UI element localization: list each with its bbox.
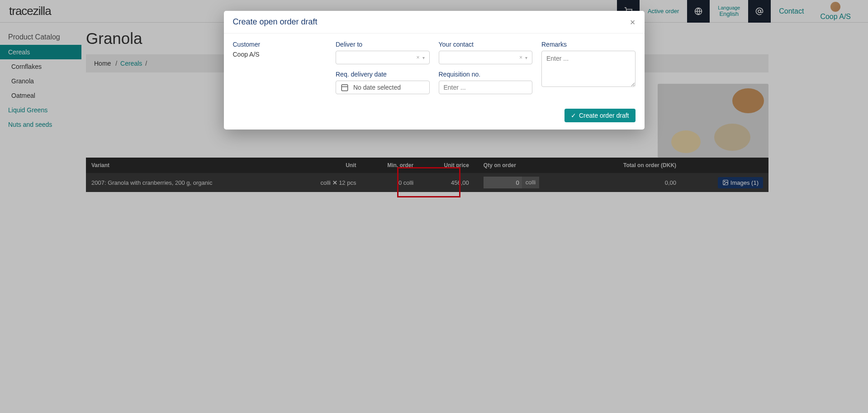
modal-footer: ✓ Create order draft <box>224 103 645 130</box>
modal-header: Create open order draft × <box>224 11 645 34</box>
field-customer: Customer Coop A/S <box>233 41 327 64</box>
chevron-down-icon: ▾ <box>422 55 425 60</box>
customer-value: Coop A/S <box>233 51 327 58</box>
svg-rect-7 <box>342 85 348 91</box>
customer-label: Customer <box>233 41 327 48</box>
field-remarks: Remarks <box>541 41 636 94</box>
remarks-label: Remarks <box>541 41 636 48</box>
reqdate-placeholder: No date selected <box>353 84 401 91</box>
field-requisition-no: Requisition no. <box>439 71 533 94</box>
select-clear-icon[interactable]: × <box>416 54 419 61</box>
deliver-label: Deliver to <box>336 41 430 48</box>
select-clear-icon[interactable]: × <box>519 54 522 61</box>
create-button-label: Create order draft <box>579 112 629 119</box>
deliver-select[interactable]: × ▾ <box>336 51 430 64</box>
remarks-textarea[interactable] <box>541 51 636 87</box>
reqdate-label: Req. delivery date <box>336 71 430 78</box>
create-order-draft-button[interactable]: ✓ Create order draft <box>564 109 636 122</box>
reqno-input[interactable] <box>439 81 533 94</box>
reqno-label: Requisition no. <box>439 71 533 78</box>
modal-title: Create open order draft <box>233 17 318 27</box>
calendar-icon <box>341 83 349 91</box>
contact-select[interactable]: × ▾ <box>439 51 533 64</box>
check-icon: ✓ <box>571 112 576 119</box>
chevron-down-icon: ▾ <box>525 55 527 60</box>
create-order-modal: Create open order draft × Customer Coop … <box>224 11 645 130</box>
field-req-delivery-date: Req. delivery date No date selected <box>336 71 430 94</box>
reqdate-input[interactable]: No date selected <box>336 81 430 94</box>
modal-close-button[interactable]: × <box>630 18 636 27</box>
field-deliver-to: Deliver to × ▾ <box>336 41 430 64</box>
modal-overlay[interactable]: Create open order draft × Customer Coop … <box>0 0 868 413</box>
modal-body: Customer Coop A/S Deliver to × ▾ Your co… <box>224 34 645 103</box>
contact-label: Your contact <box>439 41 533 48</box>
field-your-contact: Your contact × ▾ <box>439 41 533 64</box>
